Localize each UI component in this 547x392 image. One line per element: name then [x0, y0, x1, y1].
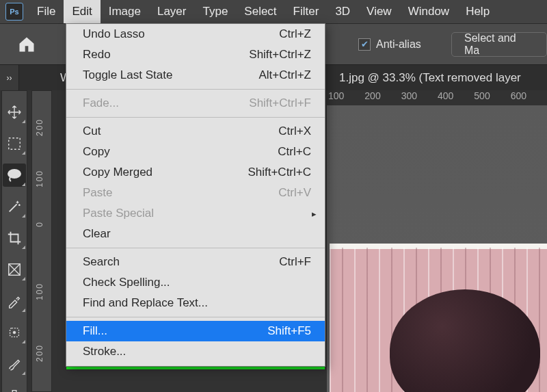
- svg-point-4: [13, 331, 16, 334]
- menu-filter[interactable]: Filter: [285, 0, 328, 23]
- menu-item-search[interactable]: SearchCtrl+F: [66, 252, 325, 272]
- menu-item-paste-special: Paste Special▸: [66, 203, 325, 224]
- menu-separator: [66, 248, 325, 248]
- menu-item-copy[interactable]: CopyCtrl+C: [66, 142, 325, 162]
- menu-item-paste: PasteCtrl+V: [66, 183, 325, 203]
- stamp-tool[interactable]: [3, 384, 26, 392]
- toolbar: [1, 90, 27, 392]
- brush-tool[interactable]: [3, 352, 26, 376]
- frame-tool[interactable]: [3, 258, 26, 281]
- menu-3d[interactable]: 3D: [327, 0, 358, 23]
- marquee-tool[interactable]: [3, 132, 26, 155]
- menu-separator: [66, 89, 325, 90]
- move-tool[interactable]: [3, 101, 26, 124]
- menu-type[interactable]: Type: [194, 0, 236, 23]
- menu-item-redo[interactable]: RedoShift+Ctrl+Z: [66, 44, 325, 65]
- menubar: Ps FileEditImageLayerTypeSelectFilter3DV…: [0, 0, 547, 23]
- menu-view[interactable]: View: [358, 0, 400, 23]
- magic-wand-tool[interactable]: [3, 195, 26, 218]
- menu-window[interactable]: Window: [400, 0, 457, 23]
- lasso-tool[interactable]: [3, 164, 26, 187]
- menu-item-find-and-replace-text[interactable]: Find and Replace Text...: [66, 293, 325, 313]
- menu-item-check-spelling[interactable]: Check Spelling...: [66, 272, 325, 293]
- menu-item-stroke[interactable]: Stroke...: [66, 341, 325, 362]
- menu-item-undo-lasso[interactable]: Undo LassoCtrl+Z: [66, 24, 325, 44]
- edit-menu-dropdown: Undo LassoCtrl+ZRedoShift+Ctrl+ZToggle L…: [66, 23, 325, 367]
- menu-item-fill[interactable]: Fill...Shift+F5: [66, 321, 325, 341]
- menu-edit[interactable]: Edit: [64, 0, 100, 23]
- svg-rect-0: [9, 138, 21, 150]
- check-icon: ✔: [358, 38, 371, 51]
- panel-collapse-button[interactable]: ››: [0, 64, 19, 90]
- menu-layer[interactable]: Layer: [149, 0, 195, 23]
- healing-tool[interactable]: [3, 321, 26, 344]
- app-logo: Ps: [5, 3, 23, 21]
- crop-tool[interactable]: [3, 226, 26, 250]
- menu-separator: [66, 317, 325, 317]
- menu-item-fade: Fade...Shift+Ctrl+F: [66, 93, 325, 114]
- menu-item-cut[interactable]: CutCtrl+X: [66, 121, 325, 142]
- chevron-right-icon: ▸: [312, 209, 317, 219]
- menu-item-clear[interactable]: Clear: [66, 224, 325, 244]
- antialias-label: Anti-alias: [376, 38, 421, 51]
- menu-file[interactable]: File: [29, 0, 64, 23]
- menu-help[interactable]: Help: [457, 0, 498, 23]
- eyedropper-tool[interactable]: [3, 289, 26, 313]
- canvas[interactable]: [327, 105, 547, 392]
- antialias-checkbox[interactable]: ✔ Anti-alias: [358, 38, 421, 51]
- select-and-mask-button[interactable]: Select and Ma: [451, 32, 547, 57]
- svg-point-1: [8, 170, 21, 178]
- ruler-vertical: 2001000100200: [31, 90, 52, 392]
- menu-item-toggle-last-state[interactable]: Toggle Last StateAlt+Ctrl+Z: [66, 65, 325, 86]
- ruler-horizontal: 100200300400500600: [328, 90, 547, 105]
- menu-image[interactable]: Image: [101, 0, 149, 23]
- menu-item-copy-merged[interactable]: Copy MergedShift+Ctrl+C: [66, 162, 325, 183]
- home-icon: [17, 35, 36, 54]
- menu-separator: [66, 117, 325, 118]
- home-button[interactable]: [10, 27, 44, 62]
- menu-select[interactable]: Select: [236, 0, 284, 23]
